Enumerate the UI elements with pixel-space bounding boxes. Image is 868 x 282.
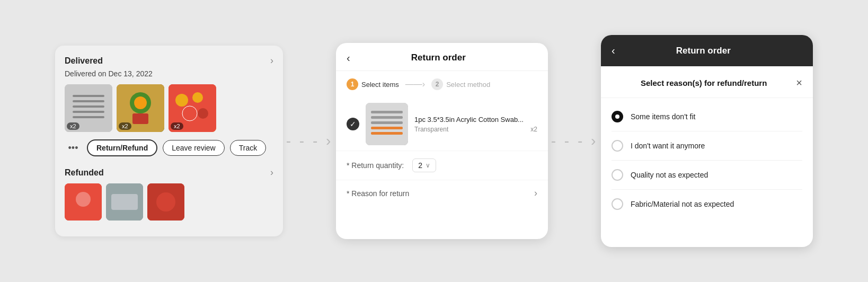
step-1-circle: 1 xyxy=(347,78,358,90)
reason-text-0: Some items don't fit xyxy=(631,112,696,121)
reason-text-1: I don't want it anymore xyxy=(631,142,705,150)
reason-text-3: Fabric/Material not as expected xyxy=(631,200,734,208)
order-status: Delivered xyxy=(65,56,103,66)
step-2-number: 2 xyxy=(436,81,439,88)
return-order-panel: ‹ Return order 1 Select items ——› 2 Sele… xyxy=(336,43,548,239)
product-thumb-2: x2 xyxy=(117,84,164,132)
order-date: Delivered on Dec 13, 2022 xyxy=(65,69,273,78)
step-2-label: Select method xyxy=(446,81,490,89)
svg-point-16 xyxy=(76,192,91,207)
panel3-header: ‹ Return order xyxy=(601,35,813,66)
svg-point-14 xyxy=(198,108,208,119)
close-button[interactable]: × xyxy=(796,77,802,89)
track-button[interactable]: Track xyxy=(230,140,266,156)
svg-rect-2 xyxy=(73,100,104,102)
radio-inner xyxy=(615,114,619,119)
svg-point-11 xyxy=(175,94,188,107)
step-1-number: 1 xyxy=(351,81,355,88)
refund-thumb-3 xyxy=(147,183,184,221)
svg-rect-3 xyxy=(73,105,104,108)
svg-rect-23 xyxy=(371,116,403,119)
refund-chevron-icon[interactable]: › xyxy=(270,167,273,178)
refund-thumb-2 xyxy=(106,183,143,221)
step-1-label: Select items xyxy=(361,81,399,89)
order-actions: ••• Return/Refund Leave review Track xyxy=(65,139,273,156)
svg-rect-18 xyxy=(111,194,138,210)
product-variant-row: Transparent x2 xyxy=(414,126,537,133)
panel3-title: Return order xyxy=(621,46,786,56)
refund-images xyxy=(65,183,273,221)
svg-rect-26 xyxy=(371,132,403,135)
svg-rect-4 xyxy=(73,111,104,113)
arrow-dashes-1: - - - › xyxy=(286,133,333,149)
svg-point-12 xyxy=(192,92,203,103)
step-1: 1 Select items xyxy=(347,78,399,90)
reason-list: Some items don't fit I don't want it any… xyxy=(601,98,813,223)
svg-rect-25 xyxy=(371,127,403,129)
radio-unselected-icon-1 xyxy=(612,140,623,152)
refund-thumb-1 xyxy=(65,183,102,221)
return-qty-row: * Return quantity: 2 ∨ xyxy=(336,151,548,180)
order-card-panel: Delivered › Delivered on Dec 13, 2022 x2 xyxy=(55,46,283,236)
refunded-status: Refunded xyxy=(65,168,104,178)
more-options-button[interactable]: ••• xyxy=(65,139,82,156)
select-reason-panel: ‹ Return order Select reason(s) for refu… xyxy=(601,35,813,247)
product-thumb-3: x2 xyxy=(169,84,216,132)
return-qty-label: * Return quantity: xyxy=(347,161,404,170)
reason-item-0[interactable]: Some items don't fit xyxy=(601,102,813,131)
product-thumb-1: x2 xyxy=(65,84,112,132)
check-icon[interactable]: ✓ xyxy=(347,118,359,130)
badge-2: x2 xyxy=(119,122,131,130)
leave-review-button[interactable]: Leave review xyxy=(163,140,225,156)
arrow-1: - - - › xyxy=(283,133,336,149)
product-name: 1pc 3.5*3.5in Acrylic Cotton Swab... xyxy=(414,116,537,124)
svg-point-20 xyxy=(156,192,175,212)
product-row: ✓ 1pc 3.5*3.5in Acrylic Cotton Swab... T… xyxy=(336,98,548,151)
panel2-header: ‹ Return order xyxy=(336,43,548,71)
reason-chevron-icon: › xyxy=(534,188,537,199)
product-variant: Transparent xyxy=(414,126,448,133)
svg-rect-9 xyxy=(132,113,148,124)
panel3-back-button[interactable]: ‹ xyxy=(612,45,615,57)
reason-item-2[interactable]: Quality not as expected xyxy=(601,161,813,189)
reason-text-2: Quality not as expected xyxy=(631,171,708,179)
svg-rect-24 xyxy=(371,121,403,124)
qty-chevron-icon: ∨ xyxy=(426,162,430,169)
badge-1: x2 xyxy=(67,122,79,130)
reason-select-header: Select reason(s) for refund/return × xyxy=(601,66,813,98)
svg-rect-5 xyxy=(73,116,104,118)
product-qty: x2 xyxy=(530,126,537,133)
step-2-circle: 2 xyxy=(431,78,443,90)
svg-rect-1 xyxy=(73,95,104,97)
radio-unselected-icon-2 xyxy=(612,169,623,181)
reason-row[interactable]: * Reason for return › xyxy=(336,180,548,206)
order-header: Delivered › xyxy=(65,55,273,66)
reason-select-title: Select reason(s) for refund/return xyxy=(612,78,796,87)
reason-label: * Reason for return xyxy=(347,189,409,198)
reason-item-3[interactable]: Fabric/Material not as expected xyxy=(601,190,813,218)
reason-item-1[interactable]: I don't want it anymore xyxy=(601,131,813,160)
refund-header: Refunded › xyxy=(65,167,273,178)
qty-select-button[interactable]: 2 ∨ xyxy=(412,158,436,172)
svg-point-8 xyxy=(134,96,147,109)
step-2: 2 Select method xyxy=(431,78,490,90)
svg-point-13 xyxy=(182,106,197,121)
qty-value: 2 xyxy=(418,161,422,170)
badge-3: x2 xyxy=(171,122,183,130)
radio-unselected-icon-3 xyxy=(612,198,623,210)
product-image xyxy=(366,103,408,145)
order-chevron-icon[interactable]: › xyxy=(270,55,273,66)
step-arrow-icon: ——› xyxy=(405,80,425,89)
return-refund-button[interactable]: Return/Refund xyxy=(87,139,157,156)
svg-rect-22 xyxy=(371,111,403,113)
radio-selected-icon xyxy=(612,111,623,122)
product-info: 1pc 3.5*3.5in Acrylic Cotton Swab... Tra… xyxy=(414,116,537,133)
arrow-dashes-2: - - - › xyxy=(551,133,598,149)
panel2-back-button[interactable]: ‹ xyxy=(347,52,350,63)
product-images: x2 x2 x2 xyxy=(65,84,273,132)
steps-row: 1 Select items ——› 2 Select method xyxy=(336,71,548,98)
arrow-2: - - - › xyxy=(548,133,601,149)
panel2-title: Return order xyxy=(356,52,521,63)
